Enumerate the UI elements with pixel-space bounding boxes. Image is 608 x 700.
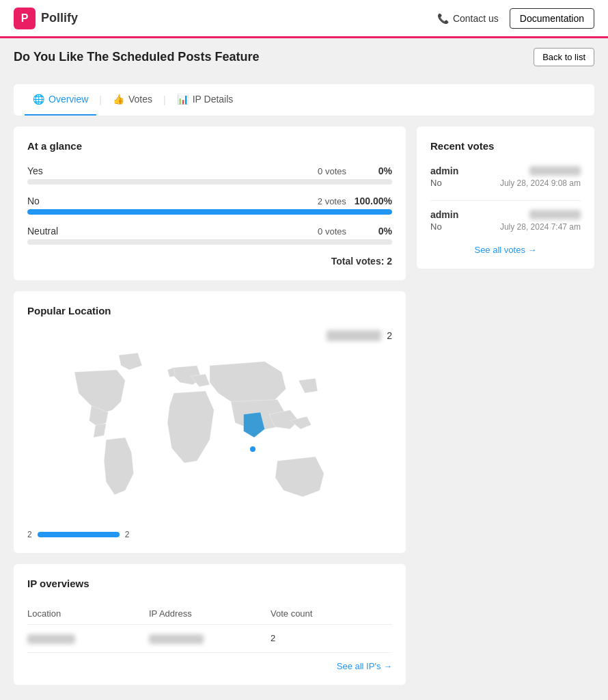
vote-row-no: No 2 votes 100.00% xyxy=(27,196,392,215)
col-vote-count: Vote count xyxy=(271,608,392,619)
location-bar-area: 2 2 xyxy=(27,530,392,539)
logo-icon: P xyxy=(14,8,36,29)
nav-actions: 📞 Contact us Documentation xyxy=(437,8,594,29)
rv-divider-1 xyxy=(430,200,581,201)
yes-progress-bar xyxy=(27,179,392,185)
vote-row-neutral: Neutral 0 votes 0% xyxy=(27,226,392,245)
ip-overviews-title: IP overviews xyxy=(27,578,392,589)
popular-location-title: Popular Location xyxy=(27,305,392,317)
recent-votes-title: Recent votes xyxy=(430,140,581,152)
tab-ip-details[interactable]: 📊 IP Details xyxy=(169,84,242,116)
map-dot-india xyxy=(250,446,255,452)
ip-details-icon: 📊 xyxy=(177,94,189,105)
neutral-progress-bar xyxy=(27,239,392,245)
page-header: Do You Like The Scheduled Posts Feature … xyxy=(0,38,608,76)
tab-separator-1: | xyxy=(96,94,105,105)
popular-location-count: 2 xyxy=(387,330,392,341)
right-column: Recent votes admin No July 28, 2024 9:08… xyxy=(417,126,594,269)
popular-location-card: Popular Location 2 xyxy=(14,291,406,553)
phone-icon: 📞 xyxy=(437,13,449,24)
location-bar-count-left: 2 xyxy=(27,530,32,539)
back-to-list-button[interactable]: Back to list xyxy=(534,48,594,66)
ip-row-ip xyxy=(149,633,271,644)
tab-separator-2: | xyxy=(161,94,169,105)
see-all-votes-link[interactable]: See all votes → xyxy=(474,245,536,255)
votes-icon: 👍 xyxy=(113,94,124,105)
app-name: Pollify xyxy=(41,11,78,25)
overview-icon: 🌐 xyxy=(33,94,44,105)
no-progress-fill xyxy=(27,209,392,215)
recent-vote-item-2: admin No July 28, 2024 7:47 am xyxy=(430,209,581,232)
top-nav: P Pollify 📞 Contact us Documentation xyxy=(0,0,608,38)
contact-link[interactable]: 📞 Contact us xyxy=(437,13,499,24)
at-a-glance-card: At a glance Yes 0 votes 0% No xyxy=(14,126,406,280)
logo-area: P Pollify xyxy=(14,8,437,29)
page-title: Do You Like The Scheduled Posts Feature xyxy=(14,50,259,64)
world-map-container xyxy=(27,347,392,524)
tab-overview[interactable]: 🌐 Overview xyxy=(25,84,96,116)
recent-vote-item-1: admin No July 28, 2024 9:08 am xyxy=(430,165,581,188)
no-progress-bar xyxy=(27,209,392,215)
col-ip-address: IP Address xyxy=(149,608,271,619)
col-location: Location xyxy=(27,608,149,619)
main-area: At a glance Yes 0 votes 0% No xyxy=(0,116,608,696)
table-header: Location IP Address Vote count xyxy=(27,603,392,625)
table-row: 2 xyxy=(27,625,392,653)
documentation-button[interactable]: Documentation xyxy=(510,8,594,29)
left-column: At a glance Yes 0 votes 0% No xyxy=(14,126,406,685)
location-bar xyxy=(38,532,120,537)
at-a-glance-title: At a glance xyxy=(27,140,392,152)
tabs-bar: 🌐 Overview | 👍 Votes | 📊 IP Details xyxy=(14,84,594,116)
popular-top-row: 2 xyxy=(27,330,392,341)
ip-row-count: 2 xyxy=(271,633,392,643)
recent-votes-card: Recent votes admin No July 28, 2024 9:08… xyxy=(417,126,594,269)
location-bar-count-right: 2 xyxy=(125,530,130,539)
location-blurred-badge xyxy=(327,330,381,341)
world-map-svg xyxy=(27,347,392,524)
vote-row-yes: Yes 0 votes 0% xyxy=(27,165,392,185)
see-all-ips-link[interactable]: See all IP's → xyxy=(27,661,392,671)
ip-overviews-card: IP overviews Location IP Address Vote co… xyxy=(14,564,406,685)
ip-row-location xyxy=(27,633,149,644)
total-votes: Total votes: 2 xyxy=(27,256,392,267)
tab-votes[interactable]: 👍 Votes xyxy=(105,84,161,116)
